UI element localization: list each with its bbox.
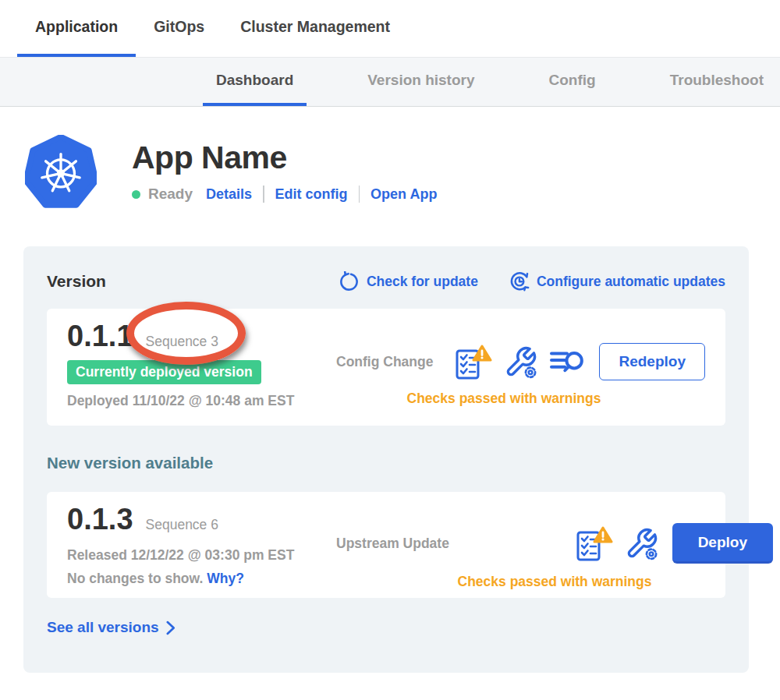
edit-config-link[interactable]: Edit config [275, 186, 348, 203]
checks-warning-text: Checks passed with warnings [336, 391, 672, 407]
change-type-label: Config Change [336, 354, 433, 370]
current-version-card: 0.1.1 Sequence 3 Currently deployed vers… [47, 309, 725, 426]
secondary-nav: Dashboard Version history Config Trouble… [0, 57, 780, 107]
refresh-icon [339, 271, 360, 292]
tab-troubleshoot[interactable]: Troubleshoot [657, 58, 777, 106]
current-version-number: 0.1.1 [67, 320, 133, 353]
checks-warning-text: Checks passed with warnings [336, 574, 773, 590]
tab-version-history[interactable]: Version history [354, 58, 488, 106]
page-title: App Name [132, 140, 437, 176]
version-panel: Version Check for update Configure autom… [23, 246, 749, 673]
tab-gitops[interactable]: GitOps [136, 0, 222, 57]
check-for-update-label: Check for update [367, 274, 478, 290]
current-sequence-label: Sequence 3 [146, 334, 218, 350]
preflight-checks-warning-icon[interactable] [454, 344, 492, 380]
version-panel-title: Version [47, 272, 106, 291]
tab-dashboard[interactable]: Dashboard [203, 58, 307, 106]
configure-automatic-updates-action[interactable]: Configure automatic updates [508, 270, 725, 292]
currently-deployed-badge: Currently deployed version [67, 360, 261, 384]
redeploy-button[interactable]: Redeploy [599, 343, 705, 380]
view-files-icon[interactable] [549, 346, 585, 377]
tab-application[interactable]: Application [17, 0, 136, 57]
config-wrench-icon[interactable] [504, 345, 537, 379]
kubernetes-logo [25, 135, 97, 210]
tab-cluster-management[interactable]: Cluster Management [222, 0, 408, 57]
see-all-versions-link[interactable]: See all versions [47, 619, 176, 636]
check-for-update-action[interactable]: Check for update [339, 270, 478, 292]
deployed-date: Deployed 11/10/22 @ 10:48 am EST [67, 393, 336, 409]
available-version-number: 0.1.3 [67, 503, 133, 536]
details-link[interactable]: Details [206, 186, 252, 203]
configure-automatic-updates-label: Configure automatic updates [537, 274, 725, 290]
see-all-versions-label: See all versions [47, 619, 159, 636]
preflight-checks-warning-icon[interactable] [575, 525, 613, 562]
divider [359, 186, 360, 203]
clock-refresh-icon [508, 270, 530, 292]
primary-nav: Application GitOps Cluster Management [0, 0, 780, 57]
ready-status-dot-icon [132, 190, 140, 199]
config-wrench-icon[interactable] [625, 527, 658, 560]
new-version-heading: New version available [47, 454, 725, 472]
released-date: Released 12/12/22 @ 03:30 pm EST [67, 547, 336, 564]
available-version-card: 0.1.3 Sequence 6 Released 12/12/22 @ 03:… [47, 492, 725, 598]
ready-status-label: Ready [148, 186, 193, 203]
why-link[interactable]: Why? [207, 571, 244, 586]
deploy-button[interactable]: Deploy [672, 523, 773, 564]
change-type-label: Upstream Update [336, 536, 449, 552]
no-changes-text: No changes to show. [67, 571, 203, 586]
divider [263, 186, 264, 203]
chevron-right-icon [165, 620, 176, 635]
tab-config[interactable]: Config [536, 58, 609, 106]
open-app-link[interactable]: Open App [370, 186, 437, 203]
available-sequence-label: Sequence 6 [146, 517, 218, 533]
app-header: App Name Ready Details Edit config Open … [25, 135, 780, 210]
